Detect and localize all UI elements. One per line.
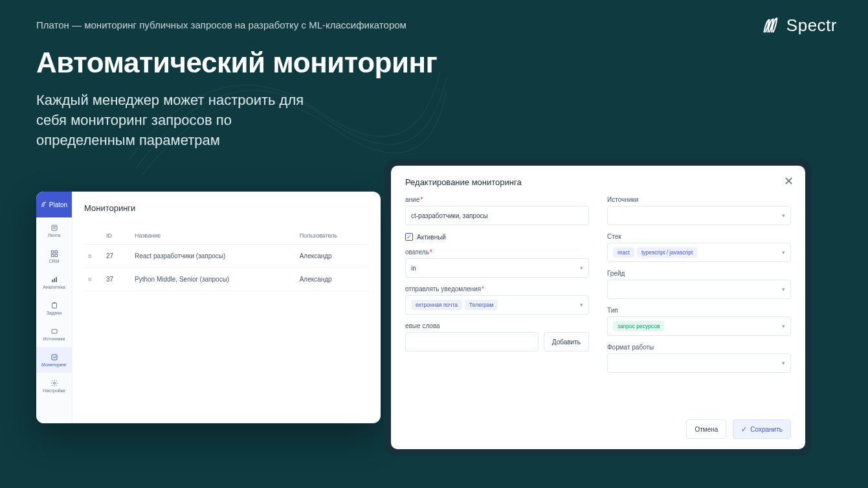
grade-select[interactable]: ▾ bbox=[607, 280, 791, 299]
brand: Spectr bbox=[762, 16, 837, 36]
chevron-down-icon: ▾ bbox=[580, 302, 583, 308]
type-select[interactable]: запрос ресурсов ▾ bbox=[607, 316, 791, 336]
chip-telegram: Телеграм bbox=[465, 300, 498, 310]
page-subtitle: Каждый менеджер может настроить для себя… bbox=[36, 91, 308, 150]
cell-id: 37 bbox=[102, 268, 131, 291]
svg-rect-8 bbox=[54, 278, 55, 282]
chip-email: ектронная почта bbox=[411, 300, 462, 310]
drag-handle-icon[interactable]: ≡ bbox=[88, 252, 91, 260]
edit-monitoring-modal: Редактирование мониторинга ✕ ание* ✓ Акт… bbox=[391, 166, 805, 449]
tagline: Платон — мониторинг публичных запросов н… bbox=[36, 19, 406, 30]
svg-rect-6 bbox=[55, 254, 58, 257]
col-user: Пользователь bbox=[296, 227, 369, 245]
chevron-down-icon: ▾ bbox=[782, 249, 785, 256]
svg-rect-11 bbox=[53, 302, 55, 304]
sidebar-item-label: Источники bbox=[43, 337, 65, 341]
svg-rect-5 bbox=[51, 254, 54, 257]
sources-select[interactable]: ▾ bbox=[607, 206, 791, 225]
feed-icon bbox=[50, 224, 58, 232]
table-row[interactable]: ≡ 37 Python Middle, Senior (запросы) Але… bbox=[84, 268, 369, 291]
chevron-down-icon: ▾ bbox=[782, 323, 785, 329]
user-select[interactable]: in ▾ bbox=[405, 258, 589, 278]
cancel-button[interactable]: Отмена bbox=[686, 419, 726, 439]
analytics-icon bbox=[50, 276, 58, 283]
type-label: Тип bbox=[607, 307, 791, 314]
sidebar-item-label: Мониторинг bbox=[41, 362, 67, 367]
cell-id: 27 bbox=[102, 245, 131, 268]
chevron-down-icon: ▾ bbox=[782, 212, 785, 219]
page-title: Автоматический мониторинг bbox=[36, 47, 437, 79]
modal-container: Редактирование мониторинга ✕ ание* ✓ Акт… bbox=[384, 159, 812, 456]
monitoring-table: ID Название Пользователь ≡ 27 React разр… bbox=[84, 227, 369, 291]
sidebar-item-label: Задачи bbox=[47, 311, 62, 315]
modal-col-right: Источники ▾ Стек react typescript / java… bbox=[607, 196, 791, 413]
chip-request-type: запрос ресурсов bbox=[613, 321, 664, 331]
chip-react: react bbox=[613, 247, 634, 258]
platon-icon bbox=[41, 201, 47, 208]
sidebar-item-sources[interactable]: Источники bbox=[36, 321, 72, 347]
active-checkbox[interactable]: ✓ bbox=[405, 233, 413, 241]
active-label: Активный bbox=[417, 234, 446, 241]
drag-handle-icon[interactable]: ≡ bbox=[88, 276, 91, 283]
table-row[interactable]: ≡ 27 React разработчики (запросы) Алекса… bbox=[84, 245, 369, 268]
cell-user: Александр bbox=[296, 268, 369, 291]
keywords-label: евые слова bbox=[405, 322, 589, 329]
format-label: Формат работы bbox=[607, 344, 791, 351]
panel-content: Мониторинги ID Название Пользователь ≡ 2… bbox=[72, 192, 381, 423]
brand-logo-icon bbox=[762, 17, 780, 35]
cell-user: Александр bbox=[296, 245, 369, 268]
chevron-down-icon: ▾ bbox=[580, 265, 583, 271]
sidebar-brand[interactable]: Platon bbox=[36, 192, 72, 217]
panel-title: Мониторинги bbox=[84, 199, 369, 227]
monitoring-list-panel: Platon Лента CRM Аналитика Задачи bbox=[36, 192, 381, 423]
sidebar-item-monitoring[interactable]: Мониторинг bbox=[36, 347, 72, 373]
svg-point-14 bbox=[53, 382, 55, 384]
stack-label: Стек bbox=[607, 233, 791, 240]
col-id: ID bbox=[102, 227, 131, 245]
sidebar-brand-label: Platon bbox=[49, 201, 67, 208]
cell-name: Python Middle, Senior (запросы) bbox=[131, 268, 296, 291]
check-icon: ✓ bbox=[741, 425, 747, 434]
sidebar-item-tasks[interactable]: Задачи bbox=[36, 295, 72, 321]
keywords-input[interactable] bbox=[405, 332, 539, 351]
svg-rect-7 bbox=[52, 280, 53, 282]
name-label: ание* bbox=[405, 196, 589, 203]
sidebar-item-analytics[interactable]: Аналитика bbox=[36, 269, 72, 295]
user-label: ователь* bbox=[405, 249, 589, 256]
user-value: in bbox=[411, 265, 416, 272]
modal-title: Редактирование мониторинга bbox=[405, 177, 791, 187]
format-select[interactable]: ▾ bbox=[607, 353, 791, 373]
svg-rect-3 bbox=[51, 250, 54, 253]
sources-icon bbox=[50, 327, 58, 335]
name-input[interactable] bbox=[405, 206, 589, 225]
sidebar-item-label: Лента bbox=[48, 233, 60, 238]
notify-label: отправлять уведомления* bbox=[405, 285, 589, 293]
modal-footer: Отмена ✓ Сохранить bbox=[405, 419, 791, 439]
sidebar: Platon Лента CRM Аналитика Задачи bbox=[36, 192, 72, 423]
tasks-icon bbox=[50, 302, 58, 309]
sidebar-item-settings[interactable]: Настройки bbox=[36, 373, 72, 399]
save-button[interactable]: ✓ Сохранить bbox=[733, 419, 791, 439]
sidebar-item-crm[interactable]: CRM bbox=[36, 243, 72, 269]
notify-select[interactable]: ектронная почта Телеграм ▾ bbox=[405, 295, 589, 315]
svg-rect-9 bbox=[56, 277, 57, 282]
grade-label: Грейд bbox=[607, 270, 791, 277]
monitoring-icon bbox=[50, 353, 58, 361]
stack-select[interactable]: react typescript / javascript ▾ bbox=[607, 243, 791, 262]
svg-rect-12 bbox=[52, 329, 57, 333]
chevron-down-icon: ▾ bbox=[782, 286, 785, 293]
sidebar-item-label: CRM bbox=[49, 259, 60, 263]
cell-name: React разработчики (запросы) bbox=[131, 245, 296, 268]
sidebar-item-feed[interactable]: Лента bbox=[36, 217, 72, 243]
brand-name: Spectr bbox=[786, 16, 837, 36]
gear-icon bbox=[50, 379, 58, 387]
close-icon[interactable]: ✕ bbox=[782, 175, 795, 188]
crm-icon bbox=[50, 250, 58, 258]
svg-rect-10 bbox=[52, 303, 56, 308]
add-button[interactable]: Добавить bbox=[544, 332, 589, 351]
chevron-down-icon: ▾ bbox=[782, 360, 785, 366]
sidebar-item-label: Аналитика bbox=[43, 285, 65, 289]
col-name: Название bbox=[131, 227, 296, 245]
chip-typescript: typescript / javascript bbox=[637, 247, 697, 258]
sources-label: Источники bbox=[607, 196, 791, 203]
